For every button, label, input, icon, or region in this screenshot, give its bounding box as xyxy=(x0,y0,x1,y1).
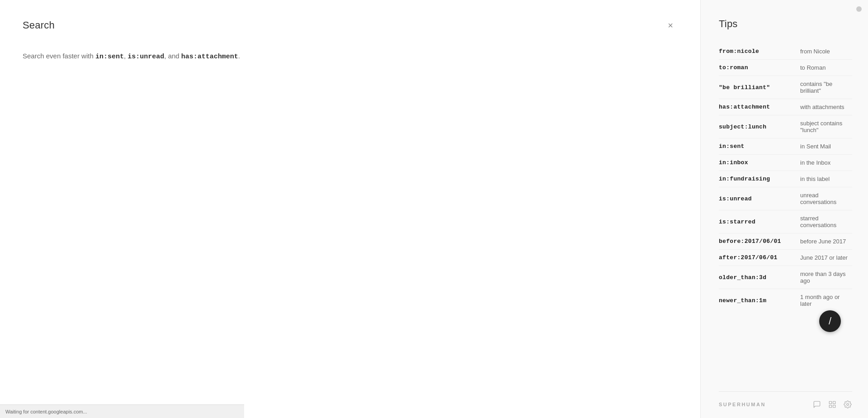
search-panel: Search × Search even faster with in:sent… xyxy=(0,0,701,418)
tip-value: to Roman xyxy=(800,64,852,71)
tips-panel: Tips from:nicolefrom Nicoleto:romanto Ro… xyxy=(701,0,868,418)
tip-value: with attachments xyxy=(800,104,852,110)
tip-key: in:fundraising xyxy=(719,176,791,182)
tip-row: before:2017/06/01before June 2017 xyxy=(719,233,852,250)
tips-footer: SUPERHUMAN xyxy=(719,391,852,409)
tip-row: is:unreadunread conversations xyxy=(719,187,852,210)
slash-icon: / xyxy=(829,315,831,327)
hint-after-text: . xyxy=(238,52,240,60)
superhuman-logo: SUPERHUMAN xyxy=(719,402,766,407)
tip-key: older_than:3d xyxy=(719,274,791,281)
tip-key: in:sent xyxy=(719,143,791,150)
status-bar: Waiting for content.googleapis.com... xyxy=(0,404,244,418)
status-text: Waiting for content.googleapis.com... xyxy=(5,409,87,414)
tip-value: in the Inbox xyxy=(800,159,852,166)
tip-value: starred conversations xyxy=(800,215,852,228)
search-title: Search xyxy=(23,19,55,31)
svg-rect-0 xyxy=(829,401,831,404)
svg-rect-3 xyxy=(833,405,835,408)
footer-icons xyxy=(812,400,852,409)
close-button[interactable]: × xyxy=(663,18,678,33)
grid-icon[interactable] xyxy=(828,400,837,409)
tip-value: from Nicole xyxy=(800,48,852,55)
tip-row: in:sentin Sent Mail xyxy=(719,138,852,155)
tip-value: unread conversations xyxy=(800,192,852,205)
hint-sep2: , and xyxy=(164,52,181,60)
tips-table: from:nicolefrom Nicoleto:romanto Roman"b… xyxy=(719,43,852,391)
tip-row: after:2017/06/01June 2017 or later xyxy=(719,250,852,266)
tip-row: in:inboxin the Inbox xyxy=(719,155,852,171)
tip-key: is:starred xyxy=(719,218,791,225)
tip-row: has:attachmentwith attachments xyxy=(719,99,852,115)
tip-key: in:inbox xyxy=(719,159,791,166)
tip-key: from:nicole xyxy=(719,48,791,55)
tip-key: after:2017/06/01 xyxy=(719,254,791,261)
svg-rect-2 xyxy=(829,405,831,408)
status-indicator xyxy=(856,6,862,12)
tip-key: is:unread xyxy=(719,195,791,202)
tip-value: in this label xyxy=(800,176,852,182)
svg-point-4 xyxy=(847,404,849,406)
tip-key: "be brilliant" xyxy=(719,84,791,91)
tip-value: contains "be brilliant" xyxy=(800,81,852,94)
tip-row: older_than:3dmore than 3 days ago xyxy=(719,266,852,289)
hint-before-text: Search even faster with xyxy=(23,52,95,60)
search-hint: Search even faster with in:sent, is:unre… xyxy=(23,51,678,62)
tip-key: subject:lunch xyxy=(719,124,791,130)
tip-row: to:romanto Roman xyxy=(719,60,852,76)
tip-value: in Sent Mail xyxy=(800,143,852,150)
tip-value: before June 2017 xyxy=(800,238,852,245)
hint-code-isunread: is:unread xyxy=(127,53,164,61)
tip-value: 1 month ago or later xyxy=(800,294,852,307)
tip-row: in:fundraisingin this label xyxy=(719,171,852,187)
tip-row: from:nicolefrom Nicole xyxy=(719,43,852,60)
chat-icon[interactable] xyxy=(812,400,821,409)
tip-row: "be brilliant"contains "be brilliant" xyxy=(719,76,852,99)
svg-rect-1 xyxy=(833,401,835,404)
tip-value: June 2017 or later xyxy=(800,254,852,261)
tip-value: more than 3 days ago xyxy=(800,271,852,284)
tip-key: to:roman xyxy=(719,64,791,71)
hint-code-hasattachment: has:attachment xyxy=(181,53,238,61)
tips-title: Tips xyxy=(719,18,852,30)
tip-key: newer_than:1m xyxy=(719,297,791,304)
tip-key: has:attachment xyxy=(719,104,791,110)
tip-value: subject contains "lunch" xyxy=(800,120,852,133)
tip-row: subject:lunchsubject contains "lunch" xyxy=(719,115,852,138)
tip-row: is:starredstarred conversations xyxy=(719,210,852,233)
tip-key: before:2017/06/01 xyxy=(719,238,791,245)
slash-command-badge[interactable]: / xyxy=(819,310,841,332)
tip-row: newer_than:1m1 month ago or later xyxy=(719,289,852,312)
hint-code-insent: in:sent xyxy=(95,53,124,61)
settings-icon[interactable] xyxy=(843,400,852,409)
search-header: Search × xyxy=(23,18,678,33)
